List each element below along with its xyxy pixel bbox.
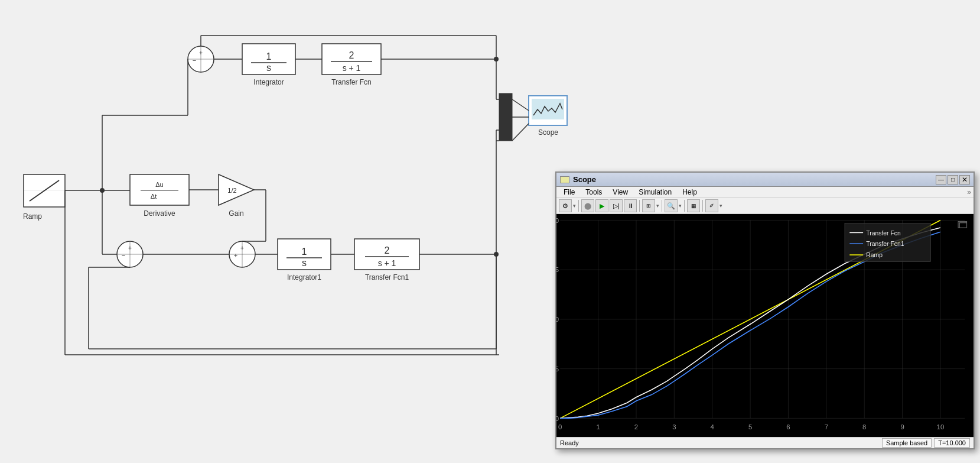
gain-block[interactable]: 1/2 Gain <box>219 174 254 218</box>
svg-text:20: 20 <box>556 216 559 224</box>
derivative-label: Derivative <box>144 209 175 218</box>
svg-text:2: 2 <box>349 50 354 60</box>
ramp-block[interactable]: Ramp <box>23 174 65 221</box>
menu-tools[interactable]: Tools <box>581 187 607 197</box>
svg-text:s + 1: s + 1 <box>343 63 361 73</box>
svg-text:2: 2 <box>385 245 390 255</box>
svg-text:Δt: Δt <box>151 193 157 200</box>
svg-text:5: 5 <box>748 423 752 430</box>
svg-text:10: 10 <box>556 316 559 323</box>
derivative-block[interactable]: Δu Δt Derivative <box>130 174 189 218</box>
svg-text:0: 0 <box>558 423 562 430</box>
svg-text:10: 10 <box>937 423 945 430</box>
menu-file[interactable]: File <box>559 187 579 197</box>
sum2-block[interactable]: + − <box>117 241 143 267</box>
axes-button[interactable]: ▦ <box>687 199 700 212</box>
svg-text:−: − <box>122 252 125 259</box>
transfer-fcn1-label: Transfer Fcn1 <box>365 273 409 281</box>
svg-text:0: 0 <box>556 415 559 422</box>
mux-block[interactable] <box>499 93 512 141</box>
menu-help[interactable]: Help <box>678 187 702 197</box>
scope-statusbar: Ready Sample based T=10.000 <box>556 437 974 448</box>
integrator1-block[interactable]: 1 s Integrator1 <box>278 239 331 281</box>
status-time: T=10.000 <box>934 438 970 448</box>
svg-rect-41 <box>532 99 564 119</box>
toolbar-sep5 <box>702 200 703 212</box>
maximize-button[interactable]: □ <box>948 175 958 184</box>
minimize-button[interactable]: — <box>936 175 946 184</box>
stop-button[interactable]: ⬤ <box>581 199 594 212</box>
scope-label: Scope <box>538 128 558 137</box>
svg-text:Δu: Δu <box>155 181 163 188</box>
svg-text:6: 6 <box>786 423 790 430</box>
scope-svg: 20 15 10 5 0 0 1 2 3 4 5 6 7 8 9 10 <box>556 214 974 437</box>
svg-text:1/2: 1/2 <box>227 187 236 194</box>
settings-button[interactable]: ⚙ <box>559 199 572 212</box>
legend-ramp: Ramp <box>866 252 883 258</box>
integrator1-label: Integrator1 <box>287 273 321 281</box>
toolbar-sep4 <box>684 200 685 212</box>
scope-icon-block[interactable]: Scope <box>529 96 567 137</box>
menu-view[interactable]: View <box>608 187 633 197</box>
svg-text:7: 7 <box>825 423 828 430</box>
svg-text:4: 4 <box>711 423 715 430</box>
svg-text:15: 15 <box>556 266 559 273</box>
svg-rect-39 <box>499 93 512 141</box>
status-sample-based: Sample based <box>882 438 932 448</box>
svg-text:1: 1 <box>302 247 307 257</box>
svg-text:1: 1 <box>266 51 272 61</box>
cursor-button[interactable]: ✐ <box>705 199 718 212</box>
legend-transfer-fcn: Transfer Fcn <box>866 229 901 236</box>
svg-line-86 <box>512 124 529 141</box>
transfer-fcn-block[interactable]: 2 s + 1 Transfer Fcn <box>322 44 381 86</box>
scope-titlebar-left: Scope <box>560 175 596 184</box>
ramp-label: Ramp <box>23 212 42 221</box>
status-ready: Ready <box>560 439 579 446</box>
sum3-block[interactable]: + + <box>229 241 255 267</box>
transfer-fcn1-block[interactable]: 2 s + 1 Transfer Fcn1 <box>354 239 419 281</box>
scope-title-icon <box>560 176 569 183</box>
close-button[interactable]: ✕ <box>959 175 970 184</box>
svg-line-85 <box>512 99 529 111</box>
gain-label: Gain <box>229 209 243 218</box>
svg-text:1: 1 <box>596 423 600 430</box>
svg-text:s: s <box>302 258 307 268</box>
legend-transfer-fcn1: Transfer Fcn1 <box>866 241 904 247</box>
svg-text:8: 8 <box>862 423 866 430</box>
svg-text:−: − <box>193 57 196 64</box>
svg-rect-15 <box>130 174 189 205</box>
menu-simulation[interactable]: Simulation <box>634 187 676 197</box>
scope-menubar: File Tools View Simulation Help » <box>556 187 974 198</box>
scope-toolbar: ⚙ ▾ ⬤ ▶ ▷| ⏸ ⊞ ▾ 🔍 ▾ ▦ ✐ ▾ <box>556 198 974 213</box>
svg-text:s: s <box>266 63 271 73</box>
svg-text:s + 1: s + 1 <box>378 258 396 268</box>
svg-text:3: 3 <box>672 423 676 430</box>
step-button[interactable]: ▷| <box>610 199 623 212</box>
toolbar-sep1 <box>578 200 579 212</box>
transfer-fcn-label: Transfer Fcn <box>331 78 372 86</box>
layout-button[interactable]: ⊞ <box>642 199 655 212</box>
scope-titlebar: Scope — □ ✕ <box>556 173 974 187</box>
svg-text:9: 9 <box>900 423 904 430</box>
integrator-block[interactable]: 1 s Integrator <box>242 44 295 86</box>
play-button[interactable]: ▶ <box>595 199 608 212</box>
scope-plot: 20 15 10 5 0 0 1 2 3 4 5 6 7 8 9 10 <box>556 214 974 437</box>
pause-button[interactable]: ⏸ <box>624 199 637 212</box>
scope-window-title: Scope <box>573 175 596 184</box>
svg-text:+: + <box>234 252 237 259</box>
scope-window[interactable]: Scope — □ ✕ File Tools View Simulation H… <box>555 171 975 449</box>
integrator-label: Integrator <box>253 78 284 86</box>
zoom-in-button[interactable]: 🔍 <box>665 199 678 212</box>
sum1-block[interactable]: + − <box>188 46 214 72</box>
toolbar-sep3 <box>662 200 662 212</box>
svg-text:5: 5 <box>556 365 559 373</box>
svg-text:2: 2 <box>634 423 638 430</box>
toolbar-sep2 <box>639 200 640 212</box>
